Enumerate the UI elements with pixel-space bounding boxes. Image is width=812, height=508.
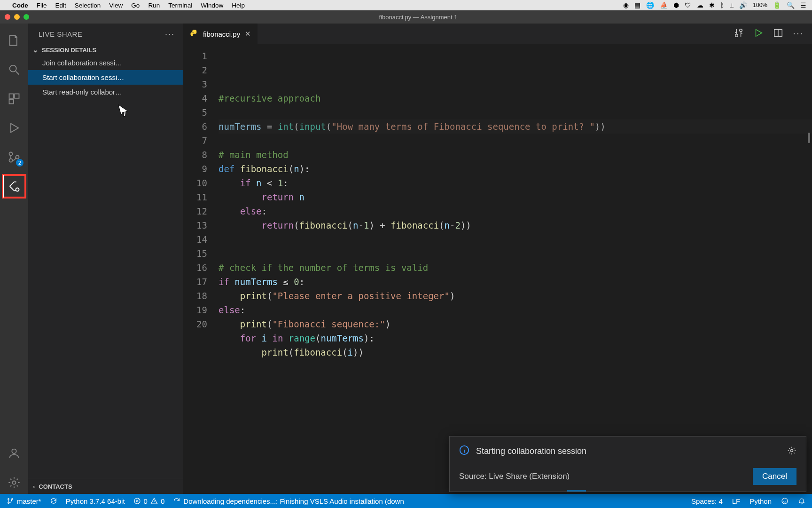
menu-view[interactable]: View — [109, 2, 123, 9]
code-editor[interactable]: 1234567891011121314151617181920 #recursi… — [183, 44, 812, 494]
code-line[interactable]: return n — [219, 190, 812, 204]
session-details-header[interactable]: ⌄ SESSION DETAILS — [28, 45, 183, 56]
menu-run[interactable]: Run — [148, 2, 160, 9]
spaces-indicator[interactable]: Spaces: 4 — [691, 497, 723, 505]
minimap-slider[interactable] — [808, 133, 810, 143]
maximize-button[interactable] — [23, 14, 29, 20]
status-icon[interactable]: ⛵ — [660, 1, 668, 9]
line-number: 16 — [183, 261, 207, 275]
live-share-icon[interactable] — [3, 175, 25, 198]
status-icon[interactable]: ✱ — [709, 1, 715, 9]
wifi-icon[interactable]: ⟂ — [730, 1, 734, 9]
file-tab[interactable]: fibonacci.py ✕ — [183, 24, 258, 44]
code-line[interactable] — [219, 105, 812, 119]
line-number: 7 — [183, 134, 207, 148]
status-icon[interactable]: ▤ — [634, 1, 640, 9]
menu-help[interactable]: Help — [232, 2, 245, 9]
menubar-app-name[interactable]: Code — [12, 2, 28, 9]
code-line[interactable]: def fibonacci(n): — [219, 162, 812, 176]
code-line[interactable]: # check if the number of terms is valid — [219, 261, 812, 275]
code-line[interactable]: return(fibonacci(n-1) + fibonacci(n-2)) — [219, 218, 812, 232]
control-center-icon[interactable]: ☰ — [800, 1, 806, 9]
status-icon[interactable]: ☁ — [697, 1, 703, 9]
menu-edit[interactable]: Edit — [55, 2, 66, 9]
status-icon[interactable]: 🌐 — [646, 1, 654, 9]
code-content[interactable]: #recursive approach numTerms = int(input… — [219, 44, 812, 494]
run-file-icon[interactable] — [753, 28, 764, 40]
code-line[interactable] — [219, 134, 812, 148]
menu-terminal[interactable]: Terminal — [168, 2, 192, 9]
search-icon[interactable] — [3, 58, 25, 81]
download-status[interactable]: Downloading dependencies...: Finishing V… — [173, 497, 404, 505]
code-line[interactable] — [219, 232, 812, 246]
status-icon[interactable]: 🛡 — [685, 1, 691, 9]
toast-source: Source: Live Share (Extension) — [459, 472, 570, 481]
tab-close-icon[interactable]: ✕ — [245, 30, 251, 38]
line-number: 11 — [183, 190, 207, 204]
git-branch[interactable]: master* — [7, 497, 41, 505]
settings-gear-icon[interactable] — [3, 471, 25, 494]
code-line[interactable]: print("Fibonacci sequence:") — [219, 317, 812, 331]
explorer-icon[interactable] — [3, 29, 25, 52]
line-number: 20 — [183, 317, 207, 331]
svg-rect-2 — [15, 94, 19, 98]
close-button[interactable] — [5, 14, 10, 20]
line-number: 9 — [183, 162, 207, 176]
code-line[interactable]: else: — [219, 303, 812, 317]
svg-point-6 — [16, 156, 19, 159]
volume-icon[interactable]: 🔊 — [739, 1, 747, 9]
code-line[interactable] — [219, 359, 812, 373]
menu-file[interactable]: File — [37, 2, 47, 9]
status-icon[interactable]: ◉ — [623, 1, 629, 9]
language-mode[interactable]: Python — [750, 497, 772, 505]
svg-point-5 — [9, 159, 13, 162]
battery-level[interactable]: 100% — [753, 2, 767, 8]
chevron-right-icon: › — [33, 483, 35, 490]
sync-icon[interactable] — [50, 497, 57, 505]
info-icon — [459, 445, 469, 458]
notifications-icon[interactable] — [798, 497, 805, 505]
panel-title: LIVE SHARE — [39, 30, 82, 38]
source-control-icon[interactable]: 2 — [3, 146, 25, 168]
minimize-button[interactable] — [14, 14, 20, 20]
code-line[interactable]: print("Please enter a positive integer") — [219, 289, 812, 303]
code-line[interactable] — [219, 246, 812, 261]
run-debug-icon[interactable] — [3, 117, 25, 139]
code-line[interactable]: if n < 1: — [219, 176, 812, 190]
code-line[interactable]: print(fibonacci(i)) — [219, 345, 812, 359]
spotlight-icon[interactable]: 🔍 — [787, 1, 795, 9]
code-line[interactable]: #recursive approach — [219, 91, 812, 105]
python-file-icon — [190, 29, 198, 39]
compare-changes-icon[interactable] — [734, 28, 744, 40]
feedback-icon[interactable] — [781, 497, 789, 505]
code-line[interactable]: for i in range(numTerms): — [219, 331, 812, 345]
bluetooth-icon[interactable]: ᛒ — [720, 1, 724, 9]
problems[interactable]: 0 0 — [133, 497, 165, 505]
battery-icon[interactable]: 🔋 — [773, 1, 781, 9]
menu-window[interactable]: Window — [201, 2, 223, 9]
code-line[interactable]: # main method — [219, 148, 812, 162]
eol-indicator[interactable]: LF — [732, 497, 741, 505]
toast-cancel-button[interactable]: Cancel — [753, 468, 796, 485]
menu-go[interactable]: Go — [131, 2, 140, 9]
status-icon[interactable]: ⬢ — [673, 1, 679, 9]
account-icon[interactable] — [3, 442, 25, 465]
split-editor-icon[interactable] — [773, 28, 783, 40]
line-number: 17 — [183, 275, 207, 289]
start-readonly-item[interactable]: Start read-only collabor… — [28, 85, 183, 99]
code-line[interactable]: numTerms = int(input("How many terms of … — [219, 119, 812, 134]
menu-selection[interactable]: Selection — [75, 2, 101, 9]
toast-settings-icon[interactable] — [787, 446, 796, 457]
extensions-icon[interactable] — [3, 87, 25, 110]
line-number: 5 — [183, 105, 207, 119]
start-session-item[interactable]: Start collaboration sessi… — [28, 70, 183, 85]
more-actions-icon[interactable]: ··· — [793, 28, 804, 40]
code-line[interactable]: if numTerms ≤ 0: — [219, 275, 812, 289]
svg-point-0 — [10, 65, 16, 72]
python-interpreter[interactable]: Python 3.7.4 64-bit — [66, 497, 125, 505]
contacts-section[interactable]: › CONTACTS — [28, 479, 183, 494]
join-session-item[interactable]: Join collaboration sessi… — [28, 56, 183, 70]
code-line[interactable]: else: — [219, 204, 812, 218]
line-number: 15 — [183, 246, 207, 261]
panel-more-icon[interactable]: ··· — [165, 29, 175, 39]
